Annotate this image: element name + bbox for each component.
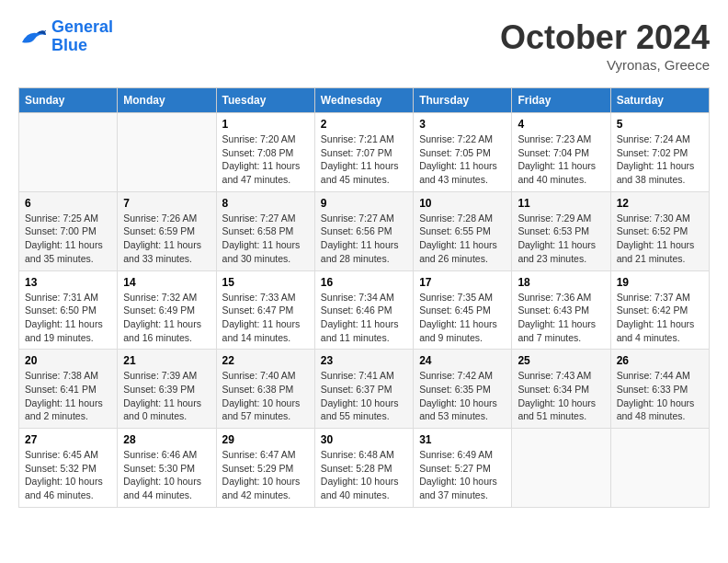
calendar-cell: 19Sunrise: 7:37 AMSunset: 6:42 PMDayligh… — [610, 270, 709, 350]
day-number: 4 — [518, 118, 604, 131]
calendar-cell: 7Sunrise: 7:26 AMSunset: 6:59 PMDaylight… — [118, 191, 216, 270]
day-number: 6 — [25, 197, 111, 210]
day-number: 10 — [419, 197, 506, 210]
day-info: Sunrise: 7:31 AMSunset: 6:50 PMDaylight:… — [25, 291, 111, 345]
day-number: 24 — [419, 354, 506, 367]
calendar-cell: 12Sunrise: 7:30 AMSunset: 6:52 PMDayligh… — [610, 191, 709, 270]
calendar-cell — [610, 429, 709, 508]
col-header-monday: Monday — [118, 88, 216, 113]
day-info: Sunrise: 7:38 AMSunset: 6:41 PMDaylight:… — [25, 369, 111, 423]
day-info: Sunrise: 7:44 AMSunset: 6:33 PMDaylight:… — [617, 369, 703, 423]
day-number: 23 — [321, 354, 407, 367]
day-info: Sunrise: 7:34 AMSunset: 6:46 PMDaylight:… — [321, 291, 407, 345]
day-number: 20 — [25, 354, 111, 367]
calendar-cell: 2Sunrise: 7:21 AMSunset: 7:07 PMDaylight… — [314, 113, 413, 192]
col-header-tuesday: Tuesday — [216, 88, 314, 113]
calendar-cell: 13Sunrise: 7:31 AMSunset: 6:50 PMDayligh… — [19, 270, 118, 350]
day-info: Sunrise: 6:45 AMSunset: 5:32 PMDaylight:… — [25, 448, 111, 502]
week-row-4: 20Sunrise: 7:38 AMSunset: 6:41 PMDayligh… — [19, 350, 710, 429]
day-info: Sunrise: 7:27 AMSunset: 6:56 PMDaylight:… — [321, 212, 407, 266]
calendar-cell: 10Sunrise: 7:28 AMSunset: 6:55 PMDayligh… — [414, 191, 512, 270]
calendar-cell: 9Sunrise: 7:27 AMSunset: 6:56 PMDaylight… — [314, 191, 413, 270]
calendar-cell: 16Sunrise: 7:34 AMSunset: 6:46 PMDayligh… — [314, 270, 413, 350]
col-header-saturday: Saturday — [610, 88, 709, 113]
calendar-cell — [118, 113, 216, 192]
day-info: Sunrise: 7:37 AMSunset: 6:42 PMDaylight:… — [617, 291, 703, 345]
calendar-cell: 1Sunrise: 7:20 AMSunset: 7:08 PMDaylight… — [216, 113, 314, 192]
calendar-cell: 27Sunrise: 6:45 AMSunset: 5:32 PMDayligh… — [19, 429, 118, 508]
calendar-cell: 5Sunrise: 7:24 AMSunset: 7:02 PMDaylight… — [610, 113, 709, 192]
day-info: Sunrise: 6:47 AMSunset: 5:29 PMDaylight:… — [222, 448, 309, 502]
calendar-cell: 8Sunrise: 7:27 AMSunset: 6:58 PMDaylight… — [216, 191, 314, 270]
day-info: Sunrise: 7:20 AMSunset: 7:08 PMDaylight:… — [222, 132, 309, 187]
day-number: 31 — [419, 433, 506, 446]
week-row-5: 27Sunrise: 6:45 AMSunset: 5:32 PMDayligh… — [19, 429, 710, 508]
day-number: 7 — [123, 197, 210, 210]
calendar-cell: 17Sunrise: 7:35 AMSunset: 6:45 PMDayligh… — [414, 270, 512, 350]
day-info: Sunrise: 7:39 AMSunset: 6:39 PMDaylight:… — [123, 369, 210, 423]
calendar-cell: 3Sunrise: 7:22 AMSunset: 7:05 PMDaylight… — [414, 113, 512, 192]
location: Vyronas, Greece — [500, 57, 710, 73]
calendar-cell: 28Sunrise: 6:46 AMSunset: 5:30 PMDayligh… — [118, 429, 216, 508]
day-number: 26 — [617, 354, 703, 367]
calendar-cell: 26Sunrise: 7:44 AMSunset: 6:33 PMDayligh… — [610, 350, 709, 429]
page-header: General Blue October 2024 Vyronas, Greec… — [18, 18, 710, 73]
calendar-cell — [19, 113, 118, 192]
col-header-thursday: Thursday — [414, 88, 512, 113]
day-number: 30 — [321, 433, 407, 446]
calendar-cell: 6Sunrise: 7:25 AMSunset: 7:00 PMDaylight… — [19, 191, 118, 270]
calendar-cell: 20Sunrise: 7:38 AMSunset: 6:41 PMDayligh… — [19, 350, 118, 429]
day-number: 16 — [321, 276, 407, 289]
day-number: 3 — [419, 118, 506, 131]
calendar-cell: 29Sunrise: 6:47 AMSunset: 5:29 PMDayligh… — [216, 429, 314, 508]
day-number: 29 — [222, 433, 309, 446]
week-row-1: 1Sunrise: 7:20 AMSunset: 7:08 PMDaylight… — [19, 113, 710, 192]
day-number: 8 — [222, 197, 309, 210]
day-number: 2 — [321, 118, 407, 131]
calendar-table: SundayMondayTuesdayWednesdayThursdayFrid… — [18, 87, 710, 508]
day-info: Sunrise: 6:49 AMSunset: 5:27 PMDaylight:… — [419, 448, 506, 502]
day-info: Sunrise: 7:29 AMSunset: 6:53 PMDaylight:… — [518, 212, 604, 266]
day-number: 5 — [617, 118, 703, 131]
calendar-cell: 30Sunrise: 6:48 AMSunset: 5:28 PMDayligh… — [314, 429, 413, 508]
calendar-cell: 21Sunrise: 7:39 AMSunset: 6:39 PMDayligh… — [118, 350, 216, 429]
col-header-friday: Friday — [512, 88, 610, 113]
logo: General Blue — [18, 18, 113, 55]
day-number: 18 — [518, 276, 604, 289]
logo-text: General Blue — [51, 18, 113, 55]
calendar-cell: 11Sunrise: 7:29 AMSunset: 6:53 PMDayligh… — [512, 191, 610, 270]
day-info: Sunrise: 7:36 AMSunset: 6:43 PMDaylight:… — [518, 291, 604, 345]
logo-icon — [18, 24, 48, 50]
calendar-cell: 24Sunrise: 7:42 AMSunset: 6:35 PMDayligh… — [414, 350, 512, 429]
col-header-sunday: Sunday — [19, 88, 118, 113]
day-number: 25 — [518, 354, 604, 367]
day-number: 15 — [222, 276, 309, 289]
day-info: Sunrise: 7:25 AMSunset: 7:00 PMDaylight:… — [25, 212, 111, 266]
day-number: 17 — [419, 276, 506, 289]
day-number: 21 — [123, 354, 210, 367]
day-info: Sunrise: 6:48 AMSunset: 5:28 PMDaylight:… — [321, 448, 407, 502]
day-info: Sunrise: 7:40 AMSunset: 6:38 PMDaylight:… — [222, 369, 309, 423]
day-info: Sunrise: 7:33 AMSunset: 6:47 PMDaylight:… — [222, 291, 309, 345]
day-info: Sunrise: 7:28 AMSunset: 6:55 PMDaylight:… — [419, 212, 506, 266]
week-row-2: 6Sunrise: 7:25 AMSunset: 7:00 PMDaylight… — [19, 191, 710, 270]
calendar-cell: 23Sunrise: 7:41 AMSunset: 6:37 PMDayligh… — [314, 350, 413, 429]
day-number: 11 — [518, 197, 604, 210]
day-number: 22 — [222, 354, 309, 367]
day-info: Sunrise: 7:22 AMSunset: 7:05 PMDaylight:… — [419, 132, 506, 187]
calendar-cell — [512, 429, 610, 508]
calendar-cell: 15Sunrise: 7:33 AMSunset: 6:47 PMDayligh… — [216, 270, 314, 350]
day-info: Sunrise: 7:35 AMSunset: 6:45 PMDaylight:… — [419, 291, 506, 345]
day-info: Sunrise: 6:46 AMSunset: 5:30 PMDaylight:… — [123, 448, 210, 502]
calendar-cell: 18Sunrise: 7:36 AMSunset: 6:43 PMDayligh… — [512, 270, 610, 350]
day-info: Sunrise: 7:42 AMSunset: 6:35 PMDaylight:… — [419, 369, 506, 423]
day-info: Sunrise: 7:41 AMSunset: 6:37 PMDaylight:… — [321, 369, 407, 423]
month-title: October 2024 — [500, 18, 710, 57]
day-info: Sunrise: 7:24 AMSunset: 7:02 PMDaylight:… — [617, 132, 703, 187]
day-info: Sunrise: 7:26 AMSunset: 6:59 PMDaylight:… — [123, 212, 210, 266]
day-number: 12 — [617, 197, 703, 210]
day-info: Sunrise: 7:32 AMSunset: 6:49 PMDaylight:… — [123, 291, 210, 345]
calendar-cell: 4Sunrise: 7:23 AMSunset: 7:04 PMDaylight… — [512, 113, 610, 192]
col-header-wednesday: Wednesday — [314, 88, 413, 113]
day-number: 19 — [617, 276, 703, 289]
